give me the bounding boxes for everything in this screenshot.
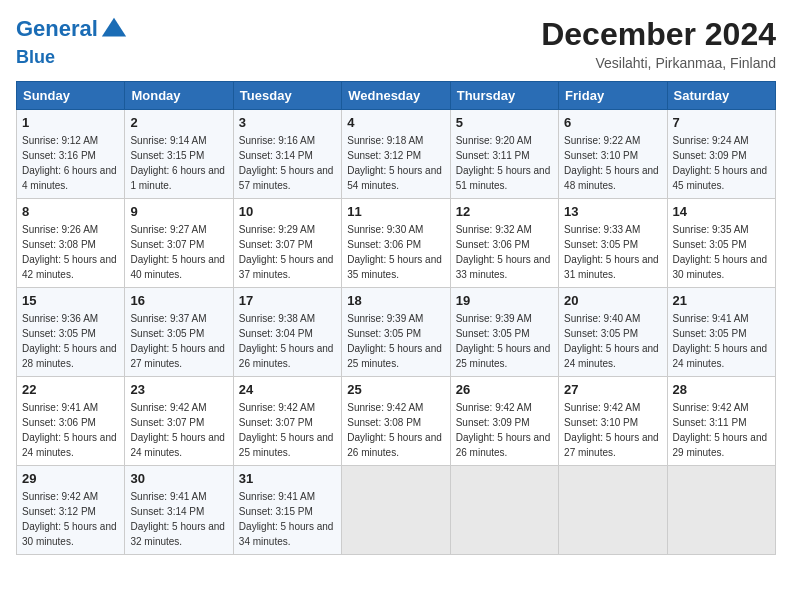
calendar-table: Sunday Monday Tuesday Wednesday Thursday… <box>16 81 776 555</box>
day-number: 29 <box>22 471 119 486</box>
day-number: 17 <box>239 293 336 308</box>
day-info: Sunrise: 9:42 AMSunset: 3:12 PMDaylight:… <box>22 489 119 549</box>
col-tuesday: Tuesday <box>233 82 341 110</box>
logo-text: General <box>16 16 128 44</box>
calendar-row-1: 1Sunrise: 9:12 AMSunset: 3:16 PMDaylight… <box>17 110 776 199</box>
calendar-header-row: Sunday Monday Tuesday Wednesday Thursday… <box>17 82 776 110</box>
day-info: Sunrise: 9:40 AMSunset: 3:05 PMDaylight:… <box>564 311 661 371</box>
day-number: 20 <box>564 293 661 308</box>
calendar-row-5: 29Sunrise: 9:42 AMSunset: 3:12 PMDayligh… <box>17 466 776 555</box>
day-info: Sunrise: 9:35 AMSunset: 3:05 PMDaylight:… <box>673 222 770 282</box>
calendar-cell: 21Sunrise: 9:41 AMSunset: 3:05 PMDayligh… <box>667 288 775 377</box>
day-number: 26 <box>456 382 553 397</box>
col-friday: Friday <box>559 82 667 110</box>
logo-line2: Blue <box>16 44 128 68</box>
svg-marker-0 <box>102 18 126 37</box>
calendar-cell: 30Sunrise: 9:41 AMSunset: 3:14 PMDayligh… <box>125 466 233 555</box>
day-number: 10 <box>239 204 336 219</box>
day-number: 16 <box>130 293 227 308</box>
day-info: Sunrise: 9:39 AMSunset: 3:05 PMDaylight:… <box>456 311 553 371</box>
calendar-cell: 7Sunrise: 9:24 AMSunset: 3:09 PMDaylight… <box>667 110 775 199</box>
calendar-row-4: 22Sunrise: 9:41 AMSunset: 3:06 PMDayligh… <box>17 377 776 466</box>
calendar-cell: 19Sunrise: 9:39 AMSunset: 3:05 PMDayligh… <box>450 288 558 377</box>
day-number: 8 <box>22 204 119 219</box>
title-block: December 2024 Vesilahti, Pirkanmaa, Finl… <box>541 16 776 71</box>
calendar-cell: 10Sunrise: 9:29 AMSunset: 3:07 PMDayligh… <box>233 199 341 288</box>
calendar-cell: 11Sunrise: 9:30 AMSunset: 3:06 PMDayligh… <box>342 199 450 288</box>
day-info: Sunrise: 9:41 AMSunset: 3:14 PMDaylight:… <box>130 489 227 549</box>
day-number: 18 <box>347 293 444 308</box>
day-info: Sunrise: 9:42 AMSunset: 3:10 PMDaylight:… <box>564 400 661 460</box>
day-info: Sunrise: 9:26 AMSunset: 3:08 PMDaylight:… <box>22 222 119 282</box>
day-number: 13 <box>564 204 661 219</box>
day-number: 9 <box>130 204 227 219</box>
day-number: 1 <box>22 115 119 130</box>
col-thursday: Thursday <box>450 82 558 110</box>
calendar-cell <box>450 466 558 555</box>
day-info: Sunrise: 9:27 AMSunset: 3:07 PMDaylight:… <box>130 222 227 282</box>
day-info: Sunrise: 9:20 AMSunset: 3:11 PMDaylight:… <box>456 133 553 193</box>
calendar-cell: 20Sunrise: 9:40 AMSunset: 3:05 PMDayligh… <box>559 288 667 377</box>
calendar-cell: 23Sunrise: 9:42 AMSunset: 3:07 PMDayligh… <box>125 377 233 466</box>
calendar-cell: 8Sunrise: 9:26 AMSunset: 3:08 PMDaylight… <box>17 199 125 288</box>
day-info: Sunrise: 9:29 AMSunset: 3:07 PMDaylight:… <box>239 222 336 282</box>
day-info: Sunrise: 9:18 AMSunset: 3:12 PMDaylight:… <box>347 133 444 193</box>
day-number: 24 <box>239 382 336 397</box>
day-number: 11 <box>347 204 444 219</box>
calendar-cell: 28Sunrise: 9:42 AMSunset: 3:11 PMDayligh… <box>667 377 775 466</box>
calendar-cell: 3Sunrise: 9:16 AMSunset: 3:14 PMDaylight… <box>233 110 341 199</box>
col-monday: Monday <box>125 82 233 110</box>
calendar-cell: 24Sunrise: 9:42 AMSunset: 3:07 PMDayligh… <box>233 377 341 466</box>
day-info: Sunrise: 9:30 AMSunset: 3:06 PMDaylight:… <box>347 222 444 282</box>
calendar-cell: 12Sunrise: 9:32 AMSunset: 3:06 PMDayligh… <box>450 199 558 288</box>
calendar-body: 1Sunrise: 9:12 AMSunset: 3:16 PMDaylight… <box>17 110 776 555</box>
calendar-cell: 2Sunrise: 9:14 AMSunset: 3:15 PMDaylight… <box>125 110 233 199</box>
logo: General Blue <box>16 16 128 68</box>
day-number: 22 <box>22 382 119 397</box>
day-info: Sunrise: 9:41 AMSunset: 3:15 PMDaylight:… <box>239 489 336 549</box>
calendar-cell: 17Sunrise: 9:38 AMSunset: 3:04 PMDayligh… <box>233 288 341 377</box>
calendar-cell: 5Sunrise: 9:20 AMSunset: 3:11 PMDaylight… <box>450 110 558 199</box>
day-number: 15 <box>22 293 119 308</box>
header: General Blue December 2024 Vesilahti, Pi… <box>16 16 776 71</box>
calendar-cell: 18Sunrise: 9:39 AMSunset: 3:05 PMDayligh… <box>342 288 450 377</box>
day-info: Sunrise: 9:32 AMSunset: 3:06 PMDaylight:… <box>456 222 553 282</box>
col-wednesday: Wednesday <box>342 82 450 110</box>
day-info: Sunrise: 9:42 AMSunset: 3:07 PMDaylight:… <box>130 400 227 460</box>
day-info: Sunrise: 9:36 AMSunset: 3:05 PMDaylight:… <box>22 311 119 371</box>
day-number: 25 <box>347 382 444 397</box>
day-info: Sunrise: 9:42 AMSunset: 3:08 PMDaylight:… <box>347 400 444 460</box>
day-info: Sunrise: 9:42 AMSunset: 3:11 PMDaylight:… <box>673 400 770 460</box>
day-number: 28 <box>673 382 770 397</box>
day-number: 21 <box>673 293 770 308</box>
day-info: Sunrise: 9:22 AMSunset: 3:10 PMDaylight:… <box>564 133 661 193</box>
calendar-cell: 4Sunrise: 9:18 AMSunset: 3:12 PMDaylight… <box>342 110 450 199</box>
day-number: 27 <box>564 382 661 397</box>
day-info: Sunrise: 9:39 AMSunset: 3:05 PMDaylight:… <box>347 311 444 371</box>
day-number: 31 <box>239 471 336 486</box>
day-info: Sunrise: 9:42 AMSunset: 3:09 PMDaylight:… <box>456 400 553 460</box>
day-number: 30 <box>130 471 227 486</box>
day-info: Sunrise: 9:16 AMSunset: 3:14 PMDaylight:… <box>239 133 336 193</box>
day-info: Sunrise: 9:14 AMSunset: 3:15 PMDaylight:… <box>130 133 227 193</box>
calendar-cell <box>559 466 667 555</box>
day-number: 12 <box>456 204 553 219</box>
day-number: 2 <box>130 115 227 130</box>
calendar-cell: 6Sunrise: 9:22 AMSunset: 3:10 PMDaylight… <box>559 110 667 199</box>
day-info: Sunrise: 9:41 AMSunset: 3:05 PMDaylight:… <box>673 311 770 371</box>
calendar-cell: 14Sunrise: 9:35 AMSunset: 3:05 PMDayligh… <box>667 199 775 288</box>
calendar-cell: 13Sunrise: 9:33 AMSunset: 3:05 PMDayligh… <box>559 199 667 288</box>
calendar-cell: 9Sunrise: 9:27 AMSunset: 3:07 PMDaylight… <box>125 199 233 288</box>
calendar-cell: 15Sunrise: 9:36 AMSunset: 3:05 PMDayligh… <box>17 288 125 377</box>
calendar-cell: 26Sunrise: 9:42 AMSunset: 3:09 PMDayligh… <box>450 377 558 466</box>
calendar-cell: 31Sunrise: 9:41 AMSunset: 3:15 PMDayligh… <box>233 466 341 555</box>
day-number: 19 <box>456 293 553 308</box>
calendar-cell <box>667 466 775 555</box>
calendar-title: December 2024 <box>541 16 776 53</box>
day-number: 23 <box>130 382 227 397</box>
day-number: 3 <box>239 115 336 130</box>
day-info: Sunrise: 9:24 AMSunset: 3:09 PMDaylight:… <box>673 133 770 193</box>
day-info: Sunrise: 9:33 AMSunset: 3:05 PMDaylight:… <box>564 222 661 282</box>
calendar-subtitle: Vesilahti, Pirkanmaa, Finland <box>541 55 776 71</box>
calendar-cell: 29Sunrise: 9:42 AMSunset: 3:12 PMDayligh… <box>17 466 125 555</box>
